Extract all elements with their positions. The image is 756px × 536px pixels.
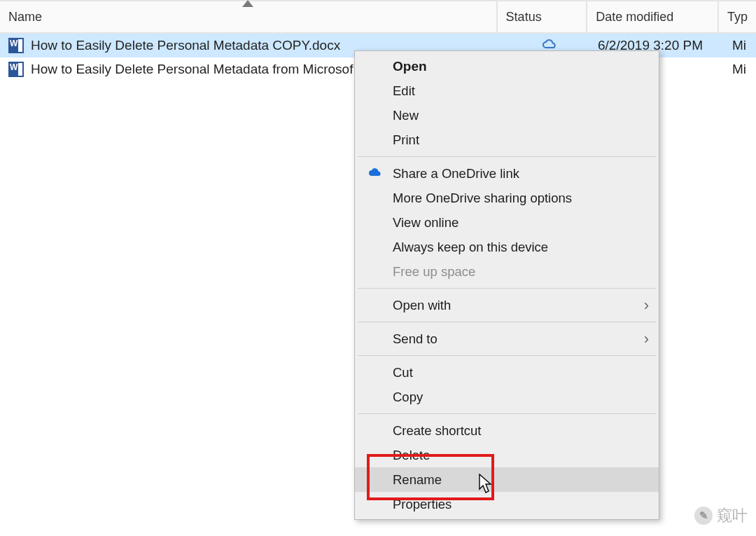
- menu-share-onedrive-link[interactable]: Share a OneDrive link: [355, 161, 659, 186]
- menu-cut-label: Cut: [393, 365, 413, 380]
- menu-separator: [358, 413, 656, 414]
- menu-delete-label: Delete: [393, 448, 430, 463]
- menu-properties-label: Properties: [393, 497, 451, 512]
- column-header-name[interactable]: Name: [0, 1, 498, 32]
- onedrive-cloud-icon: [368, 166, 383, 181]
- menu-new-label: New: [393, 108, 419, 123]
- menu-properties[interactable]: Properties: [355, 492, 659, 516]
- column-header-date[interactable]: Date modified: [587, 1, 719, 32]
- menu-new[interactable]: New: [355, 103, 659, 128]
- menu-cut[interactable]: Cut: [355, 360, 659, 385]
- menu-shortcut-label: Create shortcut: [393, 423, 481, 439]
- menu-more-share-label: More OneDrive sharing options: [393, 191, 572, 206]
- menu-free-up-space: Free up space: [355, 259, 659, 284]
- column-header-type[interactable]: Typ: [719, 1, 756, 32]
- watermark-text: 窥叶: [717, 505, 748, 526]
- menu-print-label: Print: [393, 132, 419, 148]
- watermark-icon: ✎: [694, 507, 713, 525]
- menu-keep-label: Always keep on this device: [393, 240, 548, 255]
- menu-always-keep-on-device[interactable]: Always keep on this device: [355, 235, 659, 259]
- menu-share-link-label: Share a OneDrive link: [393, 166, 519, 181]
- column-header-date-label: Date modified: [596, 10, 673, 25]
- menu-copy[interactable]: Copy: [355, 385, 659, 409]
- column-header-row: Name Status Date modified Typ: [0, 0, 756, 34]
- word-doc-icon: [8, 62, 24, 77]
- menu-open-with-label: Open with: [393, 298, 451, 313]
- menu-view-online-label: View online: [393, 215, 458, 231]
- menu-rename[interactable]: Rename: [355, 467, 659, 492]
- menu-edit-label: Edit: [393, 83, 415, 99]
- file-type: Mi: [732, 62, 746, 77]
- menu-open-with[interactable]: Open with ›: [355, 293, 659, 317]
- menu-more-onedrive-sharing[interactable]: More OneDrive sharing options: [355, 186, 659, 210]
- chevron-right-icon: ›: [644, 330, 649, 348]
- column-header-status[interactable]: Status: [498, 1, 588, 32]
- column-header-status-label: Status: [506, 10, 542, 25]
- menu-rename-label: Rename: [393, 472, 442, 488]
- column-header-type-label: Typ: [727, 10, 748, 25]
- file-type: Mi: [732, 38, 746, 53]
- file-name: How to Easily Delete Personal Metadata f…: [31, 62, 353, 77]
- menu-open-label: Open: [393, 59, 427, 74]
- sort-ascending-icon: [242, 0, 253, 7]
- menu-create-shortcut[interactable]: Create shortcut: [355, 418, 659, 443]
- context-menu: Open Edit New Print Share a OneDrive lin…: [354, 50, 659, 520]
- menu-edit[interactable]: Edit: [355, 78, 659, 103]
- menu-open[interactable]: Open: [355, 54, 659, 78]
- word-doc-icon: [8, 38, 24, 53]
- file-name: How to Easily Delete Personal Metadata C…: [31, 38, 340, 53]
- menu-send-to[interactable]: Send to ›: [355, 327, 659, 351]
- menu-separator: [358, 355, 656, 356]
- menu-separator: [358, 156, 656, 157]
- menu-print[interactable]: Print: [355, 128, 659, 152]
- menu-delete[interactable]: Delete: [355, 443, 659, 467]
- watermark: ✎ 窥叶: [694, 505, 748, 526]
- menu-separator: [358, 322, 656, 322]
- menu-send-to-label: Send to: [393, 331, 438, 347]
- menu-separator: [358, 288, 656, 289]
- chevron-right-icon: ›: [644, 296, 649, 315]
- menu-view-online[interactable]: View online: [355, 210, 659, 235]
- menu-free-space-label: Free up space: [393, 264, 475, 280]
- column-header-name-label: Name: [8, 10, 42, 25]
- menu-copy-label: Copy: [393, 390, 423, 405]
